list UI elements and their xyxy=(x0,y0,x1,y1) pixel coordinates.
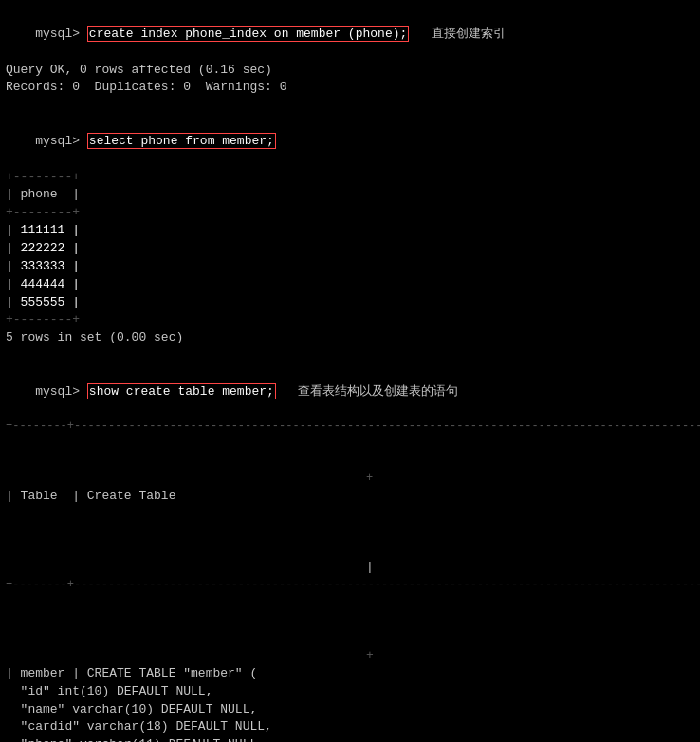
line-query-ok-1: Query OK, 0 rows affected (0.16 sec) xyxy=(6,62,694,80)
row-444444: | 444444 | xyxy=(6,276,694,294)
blank-7 xyxy=(6,611,694,629)
wide-divider-2 xyxy=(6,436,694,454)
col-phone-header: | phone | xyxy=(6,186,694,204)
line-create-index: mysql> create index phone_index on membe… xyxy=(6,8,694,62)
blank-5 xyxy=(6,541,694,559)
terminal: mysql> create index phone_index on membe… xyxy=(6,8,694,742)
divider-mid: +--------+ xyxy=(6,204,694,222)
line-5rows: 5 rows in set (0.00 sec) xyxy=(6,329,694,347)
row-222222: | 222222 | xyxy=(6,240,694,258)
row-333333: | 333333 | xyxy=(6,258,694,276)
blank-2 xyxy=(6,347,694,365)
cmd-show-create: show create table member; xyxy=(87,383,276,399)
line-cardid: "cardid" varchar(18) DEFAULT NULL, xyxy=(6,718,694,736)
blank-8 xyxy=(6,629,694,647)
line-name: "name" varchar(10) DEFAULT NULL, xyxy=(6,701,694,719)
prompt-2: mysql> xyxy=(35,134,87,148)
wide-divider-5: + xyxy=(6,647,694,665)
blank-4 xyxy=(6,524,694,542)
line-id: "id" int(10) DEFAULT NULL, xyxy=(6,683,694,701)
divider-top: +--------+ xyxy=(6,169,694,187)
line-phone: "phone" varchar(11) DEFAULT NULL, xyxy=(6,736,694,742)
line-records: Records: 0 Duplicates: 0 Warnings: 0 xyxy=(6,79,694,97)
wide-divider-3 xyxy=(6,454,694,472)
cmd-create-index: create index phone_index on member (phon… xyxy=(87,26,409,42)
annotation-create-index: 直接创建索引 xyxy=(416,27,506,41)
prompt-3: mysql> xyxy=(35,384,87,399)
line-select: mysql> select phone from member; xyxy=(6,115,694,169)
wide-divider-1: +--------+------------------------------… xyxy=(6,418,694,435)
wide-divider-4: + xyxy=(6,471,694,487)
line-create-table-start: | member | CREATE TABLE "member" ( xyxy=(6,665,694,683)
row-555555: | 555555 | xyxy=(6,294,694,312)
wide-divider-mid: +--------+------------------------------… xyxy=(6,577,694,593)
cmd-select: select phone from member; xyxy=(87,133,276,149)
col-table-header: | Table | Create Table xyxy=(6,488,694,506)
annotation-show-create: 查看表结构以及创建表的语句 xyxy=(284,384,459,399)
blank-1 xyxy=(6,97,694,115)
cursor-line: | xyxy=(6,559,694,577)
divider-bot: +--------+ xyxy=(6,311,694,329)
blank-3 xyxy=(6,506,694,524)
blank-6 xyxy=(6,593,694,611)
row-111111: | 111111 | xyxy=(6,222,694,240)
line-show-create: mysql> show create table member; 查看表结构以及… xyxy=(6,365,694,419)
prompt-1: mysql> xyxy=(35,27,87,41)
